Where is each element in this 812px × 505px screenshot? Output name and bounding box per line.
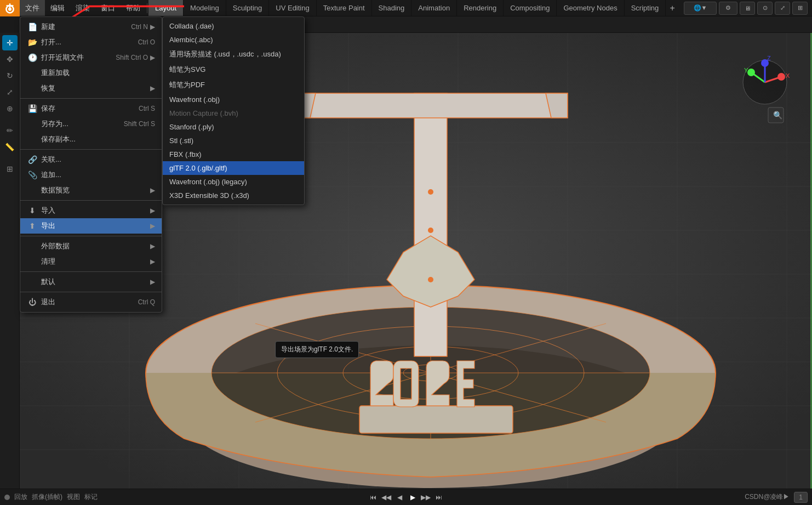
cursor-tool[interactable]: ✛ [2, 35, 18, 50]
area-btn[interactable]: ⊞ [792, 2, 808, 15]
menu-clean-label: 清理 [41, 257, 148, 266]
view-label[interactable]: 视图 [67, 492, 80, 502]
menu-open-label: 打开... [41, 37, 127, 47]
viewport-shading-btn[interactable]: 🖥 [740, 2, 755, 15]
tab-compositing[interactable]: Compositing [504, 0, 557, 16]
prev-keyframe-btn[interactable]: ◀◀ [381, 492, 392, 503]
export-collada[interactable]: Collada (.dae) [163, 19, 304, 33]
menu-save-copy[interactable]: 保存副本... [20, 132, 162, 147]
export-stanford[interactable]: Stanford (.ply) [163, 120, 304, 134]
export-fbx[interactable]: FBX (.fbx) [163, 147, 304, 161]
menu-new[interactable]: 📄 新建 Ctrl N ▶ [20, 19, 162, 35]
menu-revert[interactable]: 恢复 ▶ [20, 81, 162, 96]
menu-quit[interactable]: ⏻ 退出 Ctrl Q [20, 294, 162, 310]
menu-save-as[interactable]: 另存为... Shift Ctrl S [20, 116, 162, 132]
clean-arrow: ▶ [150, 258, 155, 265]
menu-file[interactable]: 文件 [20, 0, 45, 16]
file-menu: 📄 新建 Ctrl N ▶ 📂 打开... Ctrl O 🕐 打开近期文件 Sh… [20, 16, 162, 313]
svg-point-41 [777, 73, 785, 81]
menu-open-shortcut: Ctrl O [138, 38, 155, 46]
annotate-tool[interactable]: ✏ [2, 123, 18, 138]
ext-data-arrow: ▶ [150, 242, 155, 250]
export-fbx-label: FBX (.fbx) [169, 150, 298, 158]
export-wavefront-obj[interactable]: Wavefront (.obj) [163, 93, 304, 106]
svg-rect-30 [414, 93, 447, 356]
menu-clean[interactable]: 清理 ▶ [20, 254, 162, 269]
menu-append-label: 追加... [41, 170, 155, 180]
tab-modeling[interactable]: Modeling [184, 0, 226, 16]
menu-append[interactable]: 📎 追加... [20, 167, 162, 183]
scale-tool[interactable]: ⤢ [2, 84, 18, 100]
export-wavefront-legacy-label: Wavefront (.obj) (legacy) [169, 178, 298, 186]
export-alembic[interactable]: Alembic(.abc) [163, 33, 304, 47]
menu-import-label: 导入 [41, 206, 148, 215]
menu-data-preview-label: 数据预览 [41, 185, 148, 195]
tab-geometry-nodes[interactable]: Geometry Nodes [557, 0, 624, 16]
keying-text: 抓像(插帧) [32, 492, 62, 502]
export-usd[interactable]: 通用场景描述 (.usd，.usdc，.usda) [163, 47, 304, 62]
add-workspace-button[interactable]: + [666, 2, 679, 15]
menu-open-recent[interactable]: 🕐 打开近期文件 Shift Ctrl O ▶ [20, 50, 162, 65]
overlay-btn[interactable]: ⊙ [757, 2, 773, 15]
menu-save[interactable]: 💾 保存 Ctrl S [20, 101, 162, 116]
next-frame-btn[interactable]: ▶▶ [420, 492, 431, 503]
export-gltf[interactable]: glTF 2.0 (.glb/.gltf) [163, 161, 304, 175]
menu-quit-label: 退出 [41, 297, 127, 307]
scene-selector[interactable]: 🌐▼ [684, 2, 717, 15]
left-sidebar: ✛ ✥ ↻ ⤢ ⊕ ✏ 📏 ⊞ [0, 33, 20, 489]
marker-label[interactable]: 标记 [84, 492, 98, 502]
export-grease-pdf[interactable]: 蜡笔为PDF [163, 77, 304, 93]
playback-label[interactable]: 回放 [14, 492, 27, 502]
import-icon: ⬇ [27, 206, 38, 215]
menu-defaults[interactable]: 默认 ▶ [20, 274, 162, 290]
menu-save-as-shortcut: Shift Ctrl S [124, 120, 155, 128]
tab-shading[interactable]: Shading [372, 0, 412, 16]
rotate-tool[interactable]: ↻ [2, 68, 18, 83]
menu-render[interactable]: 渲染 [70, 0, 95, 16]
append-icon: 📎 [27, 171, 38, 179]
menu-reload[interactable]: 重新加载 [20, 65, 162, 81]
svg-point-38 [428, 277, 433, 282]
tab-uv-editing[interactable]: UV Editing [269, 0, 316, 16]
menu-edit[interactable]: 编辑 [45, 0, 70, 16]
jump-end-btn[interactable]: ⏭ [433, 492, 444, 503]
svg-rect-3 [6, 5, 13, 6]
tab-sculpting[interactable]: Sculpting [226, 0, 269, 16]
revert-arrow: ▶ [150, 84, 155, 92]
svg-point-44 [747, 69, 755, 76]
tab-rendering[interactable]: Rendering [457, 0, 504, 16]
marker-text: 标记 [84, 492, 98, 502]
render-engine-btn[interactable]: ⚙ [719, 2, 737, 15]
menu-export[interactable]: ⬆ 导出 ▶ [20, 218, 162, 234]
menu-window[interactable]: 窗口 [95, 0, 121, 16]
tab-animation[interactable]: Animation [411, 0, 457, 16]
menu-open[interactable]: 📂 打开... Ctrl O [20, 35, 162, 50]
menu-data-preview[interactable]: 数据预览 ▶ [20, 183, 162, 198]
export-motion-capture-label: Motion Capture (.bvh) [169, 109, 298, 117]
add-object-tool[interactable]: ⊞ [2, 161, 18, 177]
menu-revert-label: 恢复 [41, 83, 148, 93]
export-wavefront-legacy[interactable]: Wavefront (.obj) (legacy) [163, 175, 304, 189]
tab-texture-paint[interactable]: Texture Paint [317, 0, 372, 16]
menu-new-label: 新建 [41, 22, 120, 32]
svg-point-36 [428, 189, 433, 195]
defaults-arrow: ▶ [150, 278, 155, 286]
move-tool[interactable]: ✥ [2, 52, 18, 67]
menu-help[interactable]: 帮助 [121, 0, 146, 16]
export-grease-svg[interactable]: 蜡笔为SVG [163, 62, 304, 77]
tab-layout[interactable]: Layout [148, 0, 184, 16]
measure-tool[interactable]: 📏 [2, 139, 18, 155]
tab-scripting[interactable]: Scripting [625, 0, 666, 16]
keying-label[interactable]: 抓像(插帧) [32, 492, 62, 502]
menu-external-data[interactable]: 外部数据 ▶ [20, 239, 162, 254]
transform-tool[interactable]: ⊕ [2, 101, 18, 116]
svg-text:Z: Z [767, 55, 771, 61]
play-btn[interactable]: ▶ [407, 492, 418, 503]
menu-import[interactable]: ⬇ 导入 ▶ [20, 203, 162, 218]
fullscreen-btn[interactable]: ⤢ [775, 2, 790, 15]
prev-frame-btn[interactable]: ◀ [394, 492, 405, 503]
export-x3d[interactable]: X3D Extensible 3D (.x3d) [163, 189, 304, 202]
export-stl[interactable]: Stl (.stl) [163, 134, 304, 147]
menu-link[interactable]: 🔗 关联... [20, 152, 162, 167]
jump-start-btn[interactable]: ⏮ [368, 492, 379, 503]
